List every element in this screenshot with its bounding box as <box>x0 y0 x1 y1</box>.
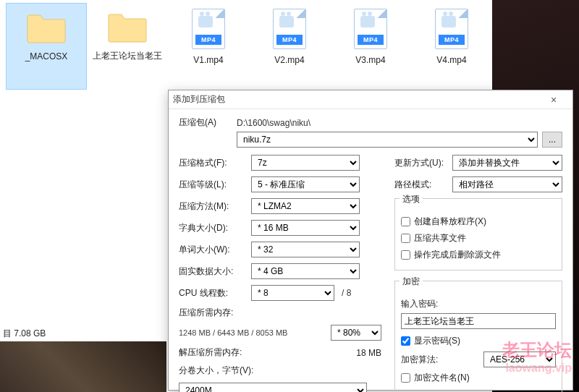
level-select[interactable]: 5 - 标准压缩 <box>251 176 360 192</box>
file-grid: _MACOSX上老王论坛当老王MP4V1.mp4MP4V2.mp4MP4V3.m… <box>6 3 498 90</box>
archive-path: D:\1600\swag\niku\ <box>237 118 310 128</box>
decompmem-label: 解压缩所需内存: <box>179 346 251 359</box>
browse-button[interactable]: ... <box>542 132 562 148</box>
archive-name-select[interactable]: niku.7z <box>237 132 538 148</box>
format-label: 压缩格式(F): <box>179 157 251 169</box>
file-item[interactable]: _MACOSX <box>6 3 87 90</box>
level-label: 压缩等级(L): <box>179 179 251 191</box>
options-fieldset: 选项 创建自释放程序(X) 压缩共享文件 操作完成后删除源文件 <box>394 198 562 270</box>
word-select[interactable]: * 32 <box>251 242 360 257</box>
opt-delete[interactable]: 操作完成后删除源文件 <box>401 249 556 261</box>
show-password-check[interactable]: 显示密码(S) <box>401 335 556 347</box>
file-label: V2.mp4 <box>274 55 304 66</box>
file-item[interactable]: 上老王论坛当老王 <box>87 3 168 90</box>
mp4-file-icon: MP4 <box>269 9 310 49</box>
encrypt-names-check[interactable]: 加密文件名(N) <box>401 372 556 384</box>
update-select[interactable]: 添加并替换文件 <box>452 155 562 171</box>
threads-max: / 8 <box>342 288 351 298</box>
right-column: 更新方式(U):添加并替换文件 路径模式:相对路径 选项 创建自释放程序(X) … <box>394 155 562 392</box>
password-input[interactable] <box>401 313 556 329</box>
file-item[interactable]: MP4V1.mp4 <box>168 3 249 90</box>
folder-icon <box>25 11 68 46</box>
bg-bottom <box>0 341 166 392</box>
opt-sfx[interactable]: 创建自释放程序(X) <box>401 216 556 228</box>
method-label: 压缩方法(M): <box>179 200 251 213</box>
mp4-file-icon: MP4 <box>431 9 472 49</box>
titlebar[interactable]: 添加到压缩包 × <box>169 90 572 109</box>
dict-select[interactable]: * 16 MB <box>251 220 360 236</box>
password-label: 输入密码: <box>401 298 556 310</box>
mp4-file-icon: MP4 <box>188 9 229 49</box>
file-label: V3.mp4 <box>355 55 385 66</box>
file-label: 上老王论坛当老王 <box>93 51 162 61</box>
alg-select[interactable]: AES-256 <box>483 351 556 367</box>
solid-select[interactable]: * 4 GB <box>251 263 360 279</box>
threads-label: CPU 线程数: <box>179 287 251 299</box>
file-label: V4.mp4 <box>436 55 466 66</box>
file-label: V1.mp4 <box>193 55 223 66</box>
dialog-title: 添加到压缩包 <box>173 93 539 106</box>
status-bar: 目 7.08 GB <box>0 326 48 341</box>
archive-dialog: 添加到压缩包 × 压缩包(A) D:\1600\swag\niku\ niku.… <box>168 90 573 391</box>
split-label: 分卷大小，字节(V): <box>179 365 253 377</box>
mp4-file-icon: MP4 <box>350 9 391 49</box>
solid-label: 固实数据大小: <box>179 265 251 278</box>
left-column: 压缩格式(F):7z 压缩等级(L):5 - 标准压缩 压缩方法(M):* LZ… <box>179 155 381 392</box>
close-icon[interactable]: × <box>539 94 568 106</box>
encryption-legend: 加密 <box>400 276 423 288</box>
alg-label: 加密算法: <box>401 354 479 366</box>
method-select[interactable]: * LZMA2 <box>251 198 360 214</box>
file-label: _MACOSX <box>25 51 68 62</box>
archive-label: 压缩包(A) <box>179 116 237 129</box>
folder-icon <box>106 10 149 45</box>
word-label: 单词大小(W): <box>179 244 251 256</box>
format-select[interactable]: 7z <box>251 155 360 171</box>
pathmode-label: 路径模式: <box>394 179 452 191</box>
decompmem-value: 18 MB <box>356 348 381 358</box>
split-select[interactable]: 2400M <box>179 383 367 392</box>
file-item[interactable]: MP4V3.mp4 <box>330 3 411 90</box>
pathmode-select[interactable]: 相对路径 <box>452 176 562 192</box>
opt-share[interactable]: 压缩共享文件 <box>401 232 556 244</box>
compmem-label: 压缩所需内存: <box>179 307 381 319</box>
update-label: 更新方式(U): <box>394 157 452 169</box>
options-legend: 选项 <box>400 193 423 205</box>
compmem-info: 1248 MB / 6443 MB / 8053 MB <box>179 328 287 337</box>
compmem-pct-select[interactable]: * 80% <box>331 325 381 341</box>
dict-label: 字典大小(D): <box>179 222 251 234</box>
encryption-fieldset: 加密 输入密码: 显示密码(S) 加密算法:AES-256 加密文件名(N) <box>394 281 562 392</box>
file-item[interactable]: MP4V4.mp4 <box>411 3 492 90</box>
file-item[interactable]: MP4V2.mp4 <box>249 3 330 90</box>
threads-select[interactable]: * 8 <box>251 285 334 301</box>
